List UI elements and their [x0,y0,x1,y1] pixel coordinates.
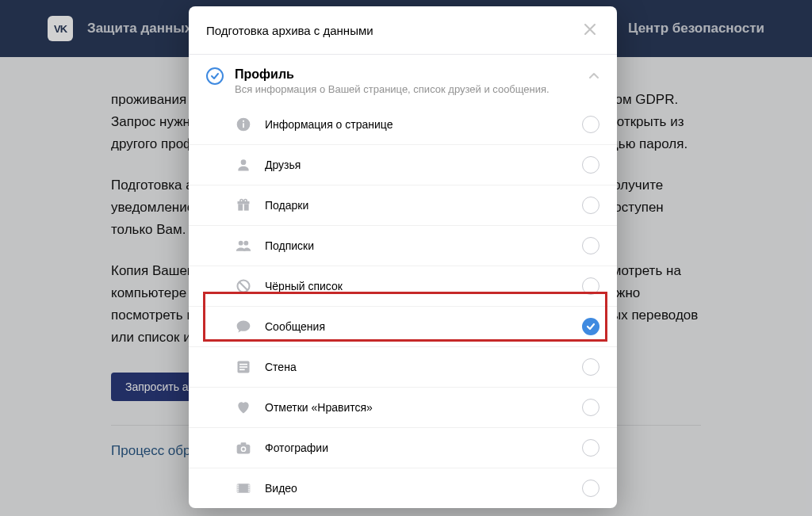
option-label: Подарки [265,199,582,212]
wall-icon [235,358,252,376]
section-header-profile[interactable]: Профиль Вся информация о Вашей странице,… [189,55,617,105]
option-radio[interactable] [582,197,599,214]
svg-line-12 [239,282,247,290]
svg-point-19 [242,448,245,451]
block-icon [235,277,252,295]
option-row-likes[interactable]: Отметки «Нравится» [189,387,617,427]
svg-rect-14 [239,364,247,365]
option-label: Стена [265,361,582,373]
option-radio[interactable] [582,156,599,174]
option-radio[interactable] [582,277,599,295]
video-icon [235,480,252,497]
option-radio[interactable] [582,116,599,133]
option-row-blacklist[interactable]: Чёрный список [189,266,617,306]
option-label: Фотографии [265,441,582,454]
svg-rect-5 [244,204,249,210]
close-icon [584,24,596,37]
option-label: Чёрный список [265,280,582,292]
option-radio[interactable] [582,399,599,416]
modal-title: Подготовка архива с данными [206,24,373,37]
heart-icon [235,399,252,416]
option-label: Информация о странице [265,118,582,131]
chat-icon [235,318,252,335]
option-radio[interactable] [582,237,599,254]
gift-icon [235,197,252,214]
svg-rect-25 [237,487,239,487]
modal-body: Профиль Вся информация о Вашей странице,… [189,55,617,508]
svg-rect-31 [248,491,251,491]
camera-icon [235,439,252,457]
svg-point-9 [239,241,243,246]
archive-modal: Подготовка архива с данными Профиль Вся … [189,6,617,508]
option-label: Друзья [265,159,582,171]
svg-rect-27 [237,491,239,491]
option-label: Отметки «Нравится» [265,401,582,414]
svg-rect-1 [243,123,244,128]
svg-point-10 [243,241,248,246]
option-label: Видео [265,482,582,495]
option-row-info[interactable]: Информация о странице [189,105,617,144]
option-row-videos[interactable]: Видео [189,468,617,508]
section-subtitle: Вся информация о Вашей странице, список … [235,83,580,95]
section-title: Профиль [235,67,580,82]
svg-rect-6 [238,201,250,204]
option-label: Сообщения [265,320,582,333]
svg-point-7 [240,200,243,202]
svg-point-2 [243,120,244,122]
option-radio[interactable] [582,318,599,335]
option-row-subs[interactable]: Подписки [189,225,617,266]
chevron-up-icon [588,71,599,82]
svg-rect-20 [241,442,247,445]
option-radio[interactable] [582,439,599,457]
svg-rect-16 [239,369,245,371]
svg-rect-28 [248,485,251,486]
modal-header: Подготовка архива с данными [189,6,617,55]
option-row-messages[interactable]: Сообщения [189,306,617,346]
people-icon [235,237,252,254]
option-radio[interactable] [582,480,599,497]
svg-rect-24 [237,485,239,486]
svg-rect-4 [238,204,243,210]
section-check-icon [206,67,224,85]
option-row-wall[interactable]: Стена [189,346,617,387]
option-row-photos[interactable]: Фотографии [189,427,617,468]
svg-rect-29 [248,487,251,487]
person-icon [235,156,252,174]
svg-rect-30 [248,489,251,490]
svg-rect-26 [237,489,239,490]
option-row-gifts[interactable]: Подарки [189,185,617,225]
option-radio[interactable] [582,358,599,376]
option-label: Подписки [265,239,582,252]
svg-point-3 [241,159,247,165]
option-row-friends[interactable]: Друзья [189,144,617,185]
svg-rect-15 [239,366,247,368]
close-button[interactable] [580,21,599,40]
svg-point-8 [244,200,247,202]
info-icon [235,116,252,133]
